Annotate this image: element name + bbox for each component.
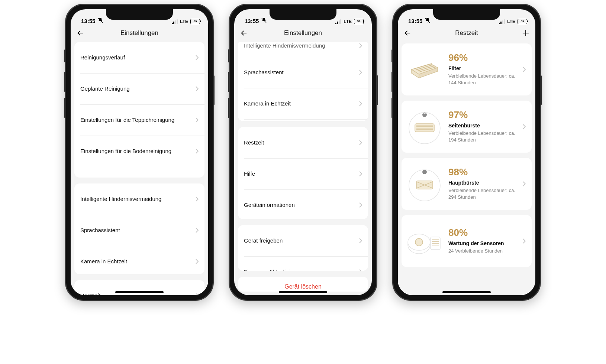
row-label: Kamera in Echtzeit	[80, 258, 196, 265]
chevron-right-icon	[359, 202, 362, 208]
nav-header: Einstellungen	[234, 24, 372, 42]
row-label: Intelligente Hindernisvermeidung	[244, 42, 359, 49]
row-label: Intelligente Hindernisvermeidung	[80, 195, 196, 203]
chevron-right-icon	[359, 101, 362, 106]
row-cleaning-history[interactable]: Reinigungsverlauf	[74, 42, 204, 73]
row-scheduled-cleaning[interactable]: Geplante Reinigung	[74, 73, 204, 104]
notch	[433, 9, 500, 20]
chevron-right-icon	[523, 124, 526, 129]
consumable-card-main-brush[interactable]: 98% Hauptbürste Verbleibende Lebensdauer…	[402, 158, 532, 210]
page-title: Einstellungen	[284, 29, 322, 37]
phone-frame: 13:55 LTE 59 Restzeit	[392, 4, 541, 301]
settings-group: Intelligente Hindernisvermeidung Spracha…	[238, 42, 368, 121]
nav-header: Restzeit	[398, 24, 535, 42]
row-obstacle-avoidance[interactable]: Intelligente Hindernisvermeidung	[238, 42, 368, 57]
page-title: Restzeit	[455, 29, 478, 37]
delete-device-card: Gerät löschen	[238, 277, 368, 292]
row-live-camera[interactable]: Kamera in Echtzeit	[238, 88, 368, 119]
settings-group: Gerät freigeben Firmware-Aktualisierung	[238, 225, 368, 271]
row-device-info[interactable]: Geräteinformationen	[238, 189, 368, 219]
percentage: 96%	[448, 53, 518, 62]
home-indicator	[279, 291, 327, 293]
sensor-icon	[406, 222, 443, 260]
row-carpet-settings[interactable]: Einstellungen für die Teppichreinigung	[74, 104, 204, 136]
row-obstacle-avoidance[interactable]: Intelligente Hindernisvermeidung	[74, 183, 204, 215]
chevron-right-icon	[196, 293, 199, 295]
back-button[interactable]	[403, 29, 412, 38]
chevron-right-icon	[196, 117, 199, 123]
home-indicator	[442, 291, 491, 293]
settings-group: Restzeit Hilfe Geräteinformationen Empfe…	[238, 127, 368, 219]
chevron-right-icon	[196, 228, 199, 233]
svg-point-11	[415, 238, 423, 246]
row-voice-assistant[interactable]: Sprachassistent	[238, 57, 368, 88]
consumable-card-side-brush[interactable]: 97% Seitenbürste Verbleibende Lebensdaue…	[402, 101, 532, 153]
filter-icon	[406, 51, 443, 88]
battery-icon: 59	[354, 19, 364, 24]
consumable-sub: 24 Verbleibende Stunden	[448, 248, 518, 254]
consumable-name: Hauptbürste	[448, 180, 518, 186]
row-live-camera[interactable]: Kamera in Echtzeit	[74, 246, 204, 274]
consumable-name: Seitenbürste	[448, 123, 518, 129]
side-brush-icon	[406, 108, 443, 145]
svg-rect-12	[431, 237, 440, 250]
add-button[interactable]	[521, 29, 530, 38]
clock: 13:55	[245, 18, 259, 24]
row-label: Kamera in Echtzeit	[244, 100, 359, 107]
chevron-right-icon	[196, 259, 199, 264]
row-label: Einstellungen für die Bodenreinigung	[80, 147, 196, 155]
battery-icon: 59	[518, 19, 527, 24]
consumable-card-filter[interactable]: 96% Filter Verbleibende Lebensdauer: ca.…	[402, 43, 532, 95]
row-floor-settings[interactable]: Einstellungen für die Bodenreinigung	[74, 136, 204, 167]
row-label: Geplante Reinigung	[80, 85, 196, 92]
percentage: 97%	[448, 110, 518, 120]
consumable-name: Filter	[448, 65, 518, 71]
row-label: Reinigungsverlauf	[80, 54, 196, 61]
mute-icon	[425, 17, 431, 24]
consumable-sub: Verbleibende Lebensdauer: ca. 144 Stunde…	[448, 73, 518, 86]
row-remaining-time[interactable]: Restzeit	[238, 127, 368, 158]
notch	[270, 9, 336, 20]
phone-frame: 13:55 LTE 59 Einstellungen	[65, 4, 214, 301]
settings-group: Reinigungsverlauf Geplante Reinigung Ein…	[74, 42, 204, 178]
screen: 13:55 LTE 59 Restzeit	[398, 9, 535, 295]
percentage: 98%	[448, 167, 518, 177]
back-button[interactable]	[239, 29, 248, 38]
consumable-sub: Verbleibende Lebensdauer: ca. 294 Stunde…	[448, 187, 518, 200]
signal-icon	[335, 19, 342, 24]
row-share-device[interactable]: Gerät freigeben	[238, 225, 368, 256]
main-brush-icon	[406, 165, 443, 202]
chevron-right-icon	[359, 238, 362, 243]
delete-device-button[interactable]: Gerät löschen	[238, 277, 368, 292]
row-firmware-update[interactable]: Firmware-Aktualisierung	[238, 256, 368, 271]
signal-icon	[172, 19, 178, 24]
chevron-right-icon	[523, 181, 526, 186]
row-label: Restzeit	[244, 139, 359, 146]
back-button[interactable]	[76, 29, 85, 38]
clock: 13:55	[408, 18, 422, 24]
row-label: Sprachassistent	[80, 227, 196, 234]
chevron-right-icon	[359, 171, 362, 176]
chevron-right-icon	[196, 149, 199, 154]
row-label: Einstellungen für die Teppichreinigung	[80, 116, 196, 124]
network-label: LTE	[507, 19, 515, 24]
chevron-right-icon	[359, 140, 362, 145]
chevron-right-icon	[359, 269, 362, 271]
signal-icon	[499, 19, 505, 24]
nav-header: Einstellungen	[71, 24, 208, 42]
chevron-right-icon	[359, 70, 362, 75]
battery-icon: 59	[190, 19, 200, 24]
row-mop-extend[interactable]: KI-gesteuerte MopExtend™-Einstellungen	[74, 167, 204, 178]
row-voice-assistant[interactable]: Sprachassistent	[74, 215, 204, 246]
consumable-card-sensors[interactable]: 80% Wartung der Sensoren 24 Verbleibende…	[402, 215, 532, 267]
row-more-functions[interactable]: Weitere Funktionen	[238, 119, 368, 121]
svg-point-8	[422, 170, 427, 174]
row-help[interactable]: Hilfe	[238, 158, 368, 189]
home-indicator	[115, 291, 164, 293]
row-label: Firmware-Aktualisierung	[244, 268, 359, 271]
screen: 13:55 LTE 59 Einstellungen	[234, 9, 372, 295]
row-label: Gerät freigeben	[244, 237, 359, 244]
clock: 13:55	[81, 18, 95, 24]
chevron-right-icon	[523, 238, 526, 244]
chevron-right-icon	[196, 196, 199, 202]
